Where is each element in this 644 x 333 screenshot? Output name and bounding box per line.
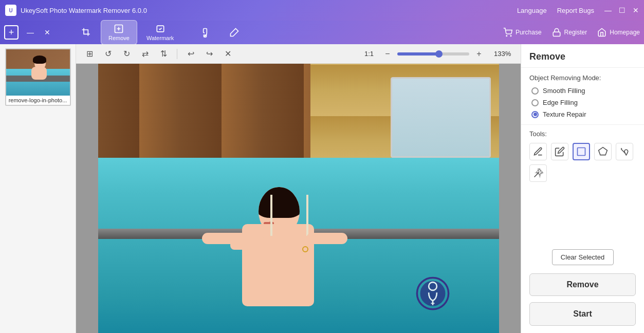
thumbnail-label: remove-logo-in-photo...	[6, 96, 70, 105]
texture-repair-label: Texture Repair	[543, 110, 586, 118]
flip-horizontal-button[interactable]: ⇄	[138, 47, 152, 61]
titlebar-controls: — ☐ ✕	[604, 6, 639, 14]
titlebar: U UkeySoft Photo Watermark Remover 6.0.0…	[0, 0, 644, 21]
win-close-button[interactable]: ✕	[40, 26, 54, 39]
lasso-tool-button[interactable]	[594, 143, 612, 160]
redo-button[interactable]: ↪	[202, 47, 216, 61]
zoom-slider[interactable]	[397, 52, 469, 55]
cancel-button[interactable]: ✕	[220, 47, 235, 61]
edge-filling-radio[interactable]	[531, 99, 539, 106]
spa-tub	[391, 77, 491, 158]
tools-label: Tools:	[529, 130, 636, 138]
zoom-percent-label: 133%	[494, 50, 514, 58]
right-panel: Remove Object Removing Mode: Smooth Fill…	[521, 44, 644, 333]
thumbnail-card[interactable]: remove-logo-in-photo...	[5, 48, 71, 106]
titlebar-nav: Language Report Bugs	[517, 7, 594, 14]
person-hand	[230, 240, 251, 250]
radio-group: Smooth Filling Edge Filling Texture Repa…	[531, 87, 636, 118]
rotate-left-button[interactable]: ↺	[101, 47, 115, 61]
clear-selected-button[interactable]: Clear Selected	[552, 249, 614, 265]
svg-rect-9	[578, 148, 585, 156]
toolbar-separator	[177, 49, 177, 59]
marker-tool-button[interactable]	[551, 143, 568, 160]
add-button[interactable]: +	[4, 25, 19, 40]
image-toolbar: ⊞ ↺ ↻ ⇄ ⇅ ↩ ↪ ✕ 1:1 − + 133%	[76, 44, 521, 64]
remove-tool-label: Remove	[108, 35, 130, 41]
report-bugs-link[interactable]: Report Bugs	[557, 7, 594, 14]
clear-btn-row: Clear Selected	[521, 244, 644, 268]
zoom-in-button[interactable]: +	[473, 48, 485, 60]
watermark-tool-label: Watermark	[146, 35, 174, 41]
tools-section: Tools:	[521, 124, 644, 187]
left-sidebar: remove-logo-in-photo...	[0, 44, 76, 333]
app-title: UkeySoft Photo Watermark Remover 6.0.0	[21, 7, 517, 14]
app-logo: U	[5, 5, 16, 16]
canvas-area: ⊞ ↺ ↻ ⇄ ⇅ ↩ ↪ ✕ 1:1 − + 133%	[76, 44, 521, 333]
swimsuit-strap-2	[306, 195, 308, 236]
purchase-button[interactable]: Purchase	[503, 28, 542, 37]
crop-tool-button[interactable]	[74, 24, 99, 41]
fill-tool-button[interactable]	[616, 143, 633, 160]
edge-filling-label: Edge Filling	[543, 99, 578, 106]
panel-title: Remove	[521, 44, 644, 68]
texture-repair-option[interactable]: Texture Repair	[531, 110, 636, 118]
remove-tool-button[interactable]: Remove	[101, 20, 137, 45]
zoom-ratio-label: 1:1	[364, 50, 374, 58]
tools-row	[529, 143, 636, 182]
picker-tool-button[interactable]	[222, 24, 247, 41]
toolbar-right-actions: Purchase Register Homepage	[503, 28, 640, 37]
ring	[302, 246, 308, 252]
register-button[interactable]: Register	[552, 28, 587, 37]
svg-marker-10	[599, 147, 608, 155]
main-content: remove-logo-in-photo... ⊞ ↺ ↻ ⇄ ⇅ ↩ ↪ ✕ …	[0, 44, 644, 333]
remove-button[interactable]: Remove	[529, 273, 636, 296]
person-right-arm	[306, 233, 347, 244]
main-toolbar: + — ✕ Remove Watermark	[0, 21, 644, 44]
minimize-button[interactable]: —	[604, 6, 612, 14]
flip-vertical-button[interactable]: ⇅	[156, 47, 171, 61]
pen-tool-button[interactable]	[529, 143, 547, 160]
rectangle-tool-button[interactable]	[573, 143, 590, 160]
rotate-right-button[interactable]: ↻	[119, 47, 134, 61]
panel-buttons-area: Clear Selected Remove Start	[521, 244, 644, 333]
svg-rect-3	[553, 32, 560, 36]
image-canvas[interactable]	[76, 64, 521, 333]
start-button[interactable]: Start	[529, 302, 636, 326]
grid-view-button[interactable]: ⊞	[82, 47, 97, 61]
svg-point-2	[510, 35, 511, 36]
swimsuit-strap	[270, 195, 272, 236]
edge-filling-option[interactable]: Edge Filling	[531, 99, 636, 106]
wand-tool-button[interactable]	[529, 164, 547, 182]
texture-repair-dot	[533, 113, 537, 116]
smooth-filling-option[interactable]: Smooth Filling	[531, 87, 636, 95]
close-button[interactable]: ✕	[633, 6, 639, 14]
object-removing-mode-section: Object Removing Mode: Smooth Filling Edg…	[521, 68, 644, 124]
svg-point-1	[506, 35, 507, 36]
main-image-container	[98, 64, 499, 333]
smooth-filling-label: Smooth Filling	[543, 87, 585, 95]
watermark-logo	[415, 275, 451, 311]
texture-repair-radio[interactable]	[531, 111, 539, 118]
undo-button[interactable]: ↩	[183, 47, 198, 61]
language-menu[interactable]: Language	[517, 7, 547, 14]
brush-tool-button[interactable]	[195, 24, 220, 41]
maximize-button[interactable]: ☐	[619, 6, 625, 14]
win-minimize-button[interactable]: —	[23, 26, 38, 39]
zoom-slider-thumb[interactable]	[435, 50, 443, 58]
smooth-filling-radio[interactable]	[531, 87, 539, 95]
zoom-out-button[interactable]: −	[382, 48, 393, 60]
object-removing-mode-label: Object Removing Mode:	[529, 74, 636, 82]
homepage-button[interactable]: Homepage	[597, 28, 640, 37]
watermark-tool-button[interactable]: Watermark	[139, 21, 181, 44]
thumbnail-image	[6, 49, 71, 96]
